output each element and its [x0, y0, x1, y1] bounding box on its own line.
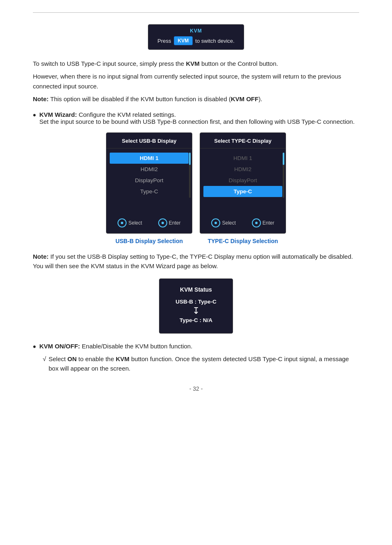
select-label-usb-b: Select [128, 220, 142, 226]
kvm-onoff-bullet-content: KVM ON/OFF: Enable/Disable the KVM butto… [39, 343, 359, 350]
kvm-status-usb-b: USB-B : Type-C [172, 299, 220, 305]
kvm-box: KVM Press KVM to switch device. [148, 24, 244, 50]
wizard-list-type-c: HDMI 1 HDMI2 DisplayPort Type-C [200, 148, 286, 197]
page-number: - 32 - [33, 385, 359, 392]
wizard-panel-usb-b-title: Select USB-B Display [106, 133, 192, 148]
bullet-dot-2: • [33, 342, 36, 352]
list-item-typec-type-c[interactable]: Type-C [203, 186, 282, 197]
wizard-captions: USB-B Display Selection TYPE-C Display S… [33, 238, 359, 244]
kvm-wizard-bold: KVM Wizard: [39, 111, 77, 118]
wizard-panel-usb-b: Select USB-B Display HDMI 1 HDMI2 Displa… [106, 132, 192, 234]
wizard-panel-type-c: Select TYPE-C Display HDMI 1 HDMI2 Displ… [200, 132, 286, 234]
kvm-wizard-section: • KVM Wizard: Configure the KVM related … [33, 111, 359, 244]
kvm-wizard-text: Configure the KVM related settings. [78, 111, 176, 118]
kvm-onoff-sub: √ Select ON to enable the KVM button fun… [43, 354, 359, 373]
kvm-onoff-bold: KVM ON/OFF: [39, 343, 80, 350]
kvm-wizard-bullet-row: • KVM Wizard: Configure the KVM related … [33, 111, 359, 125]
list-item-typec-usb-b[interactable]: Type-C [106, 186, 192, 197]
caption-type-c: TYPE-C Display Selection [200, 238, 286, 244]
body-paragraph-1: To switch to USB Type-C input source, si… [33, 59, 359, 68]
scrollbar-thumb-type-c [283, 153, 284, 165]
note-paragraph: Note: This option will be disabled if th… [33, 94, 359, 104]
enter-icon-type-c [252, 218, 261, 227]
kvm-status-arrow: ↧ [172, 306, 220, 316]
wizard-footer-usb-b: Select Enter [106, 213, 192, 227]
scrollbar-thumb-usb-b [189, 153, 191, 165]
page: KVM Press KVM to switch device. To switc… [0, 0, 392, 545]
list-item-hdmi1-type-c[interactable]: HDMI 1 [200, 153, 286, 164]
select-footer-usb-b: Select [118, 218, 142, 227]
kvm-onoff-text: Enable/Disable the KVM button function. [82, 343, 192, 350]
wizard-panel-type-c-title: Select TYPE-C Display [200, 133, 286, 148]
list-item-hdmi1-usb-b[interactable]: HDMI 1 [110, 153, 189, 164]
sqrt-symbol: √ [43, 354, 46, 364]
kvm-onoff-section: • KVM ON/OFF: Enable/Disable the KVM but… [33, 343, 359, 373]
wizard-images: Select USB-B Display HDMI 1 HDMI2 Displa… [33, 132, 359, 234]
wizard-list-usb-b: HDMI 1 HDMI2 DisplayPort Type-C [106, 148, 192, 197]
body-paragraph-2: However, when there is no input signal f… [33, 72, 359, 91]
select-label-type-c: Select [222, 220, 235, 226]
kvm-status-box: KVM Status USB-B : Type-C ↧ Type-C : N/A [159, 278, 233, 334]
list-item-hdmi2-type-c[interactable]: HDMI2 [200, 164, 286, 175]
kvm-status-title: KVM Status [172, 286, 220, 293]
enter-label-usb-b: Enter [169, 220, 181, 226]
wizard-footer-type-c: Select Enter [200, 213, 286, 227]
list-item-displayport-type-c[interactable]: DisplayPort [200, 175, 286, 186]
note2-paragraph: Note: If you set the USB-B Display setti… [33, 252, 359, 271]
enter-label-type-c: Enter [263, 220, 274, 226]
kvm-wizard-sub: Set the input source to be bound with US… [39, 118, 355, 125]
enter-footer-type-c: Enter [252, 218, 274, 227]
list-item-displayport-usb-b[interactable]: DisplayPort [106, 175, 192, 186]
kvm-box-title: KVM [157, 28, 234, 34]
scrollbar-type-c [283, 153, 284, 198]
kvm-onoff-bullet-row: • KVM ON/OFF: Enable/Disable the KVM but… [33, 343, 359, 352]
kvm-box-row: Press KVM to switch device. [157, 36, 234, 45]
enter-icon-usb-b [158, 218, 167, 227]
caption-usb-b: USB-B Display Selection [106, 238, 192, 244]
kvm-wizard-bullet-content: KVM Wizard: Configure the KVM related se… [39, 111, 359, 125]
top-rule [33, 12, 359, 13]
kvm-button-img: KVM [174, 36, 193, 45]
list-item-hdmi2-usb-b[interactable]: HDMI2 [106, 164, 192, 175]
press-label: Press [157, 38, 171, 44]
select-icon-type-c [211, 218, 220, 227]
kvm-status-type-c: Type-C : N/A [172, 317, 220, 323]
bullet-dot: • [33, 110, 36, 120]
kvm-diagram: KVM Press KVM to switch device. [33, 24, 359, 50]
select-icon-usb-b [118, 218, 127, 227]
switch-label: to switch device. [195, 38, 234, 44]
scrollbar-usb-b [189, 153, 191, 198]
enter-footer-usb-b: Enter [158, 218, 181, 227]
select-footer-type-c: Select [211, 218, 235, 227]
kvm-onoff-sub-text: Select ON to enable the KVM button funct… [48, 354, 359, 373]
kvm-status-wrap: KVM Status USB-B : Type-C ↧ Type-C : N/A [33, 278, 359, 334]
